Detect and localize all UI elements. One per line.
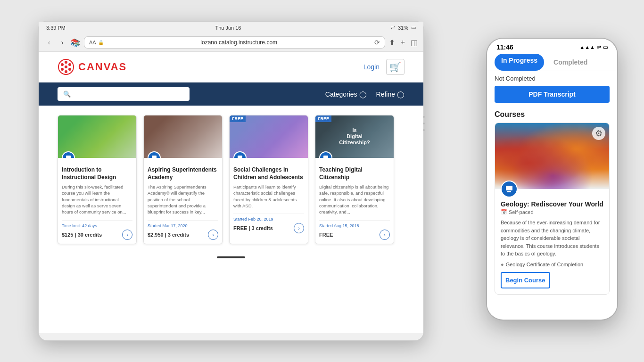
pdf-transcript-button[interactable]: PDF Transcript <box>495 86 610 103</box>
card-price-row-3: FREE | 3 credits › <box>233 223 304 233</box>
card-footer-1: Time limit: 42 days $125 | 30 credits › <box>62 220 132 240</box>
card-desc-4: Digital citizenship is all about being s… <box>319 184 390 215</box>
browser-bar: ‹ › 📚 AA 🔒 lozano.catalog.instructure.co… <box>39 33 423 52</box>
text-size-button[interactable]: AA <box>89 40 96 45</box>
course-image-4: FREE IsDigitalCitizenship? <box>315 115 394 158</box>
tablet-time: 3:39 PM <box>46 25 66 31</box>
refine-chevron-icon: ◯ <box>397 90 405 98</box>
geology-course-title: Geology: Rediscover Your World <box>501 200 603 208</box>
url-text: lozano.catalog.instructure.com <box>106 39 372 46</box>
phone-footer: 🔒 hesales.catalog.instructure.com — Priv… <box>487 316 617 321</box>
svg-point-5 <box>61 68 64 71</box>
course-card-2[interactable]: Aspiring Superintendents Academy The Asp… <box>143 115 223 244</box>
url-bar[interactable]: AA 🔒 lozano.catalog.instructure.com ⟳ <box>84 36 385 49</box>
canvas-nav: 🔍 Categories ◯ Refine ◯ <box>39 82 423 106</box>
tablet-status-bar: 3:39 PM Thu Jun 16 ⇌ 31% ▭ <box>39 22 423 33</box>
svg-point-3 <box>68 68 71 71</box>
card-arrow-4[interactable]: › <box>380 230 390 240</box>
card-body-1: Introduction to Instructional Design Dur… <box>58 158 136 244</box>
card-title-4: Teaching Digital Citizenship <box>319 166 390 181</box>
svg-point-7 <box>65 66 67 68</box>
phone-device: 11:46 ▲▲▲ ⇌ ▭ In Progress Completed Not … <box>486 38 618 321</box>
svg-rect-12 <box>238 156 242 158</box>
card-price-row-4: FREE › <box>319 230 390 240</box>
card-price-row-2: $2,950 | 3 credits › <box>148 230 218 240</box>
lock-footer-icon: 🔒 <box>495 319 500 321</box>
wifi-phone-icon: ⇌ <box>597 44 601 50</box>
digital-citizenship-text: IsDigitalCitizenship? <box>339 127 370 146</box>
gear-settings-button[interactable]: ⚙ <box>592 127 605 140</box>
course-card-3[interactable]: FREE Social Challenges in Children and A… <box>229 115 308 244</box>
bookmarks-icon[interactable]: 📚 <box>71 38 80 47</box>
categories-button[interactable]: Categories ◯ <box>325 90 367 98</box>
geology-course-card[interactable]: ⚙ Geology: Rediscover Your World 📅 Self-… <box>495 123 610 295</box>
forward-button[interactable]: › <box>58 38 67 47</box>
card-desc-2: The Aspiring Superintendents Academy® wi… <box>148 184 218 215</box>
phone-time: 11:46 <box>496 43 513 51</box>
phone-content: In Progress Completed Not Completed PDF … <box>487 54 617 316</box>
svg-rect-10 <box>152 156 157 158</box>
course-image-1 <box>58 115 136 158</box>
card-arrow-1[interactable]: › <box>122 230 132 240</box>
card-body-3: Social Challenges in Children and Adoles… <box>230 158 308 237</box>
card-price-1: $125 | 30 credits <box>62 232 102 238</box>
card-price-4: FREE <box>319 232 333 238</box>
svg-point-4 <box>65 70 67 73</box>
share-button[interactable]: ⬆ <box>389 38 395 47</box>
course-card-1[interactable]: Introduction to Instructional Design Dur… <box>58 115 137 244</box>
footer-url: hesales.catalog.instructure.com <box>502 319 568 321</box>
tablet-status-right: ⇌ 31% ▭ <box>391 25 416 31</box>
tabs-button[interactable]: ◫ <box>411 38 418 47</box>
search-input[interactable] <box>74 90 184 98</box>
free-badge-4: FREE <box>315 115 331 122</box>
card-footer-2: Started Mar 17, 2020 $2,950 | 3 credits … <box>148 220 218 240</box>
course-image-2 <box>144 115 222 158</box>
calendar-icon: 📅 <box>501 209 507 215</box>
geology-course-icon <box>501 181 518 197</box>
svg-rect-16 <box>506 186 512 190</box>
course-icon-3 <box>233 151 247 158</box>
cart-icon[interactable]: 🛒 <box>386 59 405 75</box>
login-link[interactable]: Login <box>363 63 380 71</box>
header-right: Login 🛒 <box>363 59 405 75</box>
begin-course-button[interactable]: Begin Course <box>501 272 550 288</box>
course-image-3: FREE <box>230 115 308 158</box>
wifi-icon: ⇌ <box>391 25 395 31</box>
add-tab-button[interactable]: + <box>401 38 405 47</box>
tab-in-progress[interactable]: In Progress <box>495 54 544 71</box>
card-time-limit-1: Time limit: 42 days <box>62 223 132 228</box>
not-completed-label: Not Completed <box>487 71 617 86</box>
battery-level: 31% <box>398 25 408 31</box>
refine-button[interactable]: Refine ◯ <box>376 90 405 98</box>
svg-point-6 <box>61 63 64 66</box>
geology-course-desc: Because of the ever-increasing demand fo… <box>501 219 603 258</box>
courses-grid: Introduction to Instructional Design Dur… <box>39 106 423 254</box>
svg-point-2 <box>68 63 71 66</box>
course-card-4[interactable]: FREE IsDigitalCitizenship? Teaching Digi… <box>315 115 394 244</box>
geology-course-info: Geology: Rediscover Your World 📅 Self-pa… <box>495 189 609 294</box>
search-bar-container[interactable]: 🔍 <box>58 87 190 101</box>
tablet-date: Thu Jun 16 <box>215 25 241 31</box>
categories-label: Categories <box>325 90 357 98</box>
card-arrow-3[interactable]: › <box>294 223 304 233</box>
svg-point-1 <box>65 61 67 64</box>
self-paced-text: Self-paced <box>509 209 534 215</box>
categories-chevron-icon: ◯ <box>359 90 367 98</box>
geology-course-image: ⚙ <box>495 123 609 189</box>
refine-label: Refine <box>376 90 395 98</box>
card-body-4: Teaching Digital Citizenship Digital cit… <box>315 158 394 244</box>
card-price-row-1: $125 | 30 credits › <box>62 230 132 240</box>
canvas-logo-text: CANVAS <box>78 61 127 73</box>
tablet-device: 3:39 PM Thu Jun 16 ⇌ 31% ▭ ‹ › 📚 AA 🔒 lo… <box>38 21 424 341</box>
canvas-logo: CANVAS <box>58 58 127 75</box>
tab-completed[interactable]: Completed <box>546 54 595 71</box>
search-icon: 🔍 <box>63 90 71 98</box>
svg-rect-14 <box>323 156 328 158</box>
card-title-3: Social Challenges in Children and Adoles… <box>233 166 304 181</box>
reload-button[interactable]: ⟳ <box>374 39 380 46</box>
self-paced-label: 📅 Self-paced <box>501 209 603 215</box>
course-icon-1 <box>62 151 75 158</box>
card-arrow-2[interactable]: › <box>208 230 218 240</box>
back-button[interactable]: ‹ <box>44 38 54 47</box>
card-desc-3: Participants will learn to identify char… <box>233 184 304 209</box>
